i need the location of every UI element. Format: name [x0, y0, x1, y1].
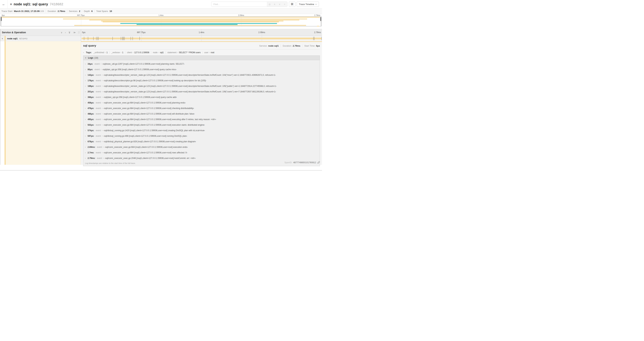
log-row[interactable]: ›189μs:event=‹sql/catalog/lease/descript…: [85, 83, 318, 89]
log-row[interactable]: ›597μs:event=‹sql/distsql_running.go:498…: [85, 133, 318, 139]
span-row[interactable]: ∨ node sql1 sql query: [0, 36, 322, 41]
log-row[interactable]: ›2.69ms:event=‹sql/conn_executor_exec.go…: [85, 144, 318, 150]
log-timestamp: 2.79ms:: [88, 157, 96, 159]
log-row[interactable]: ›459μs:event=‹sql/conn_executor_exec.go:…: [85, 100, 318, 106]
keyboard-shortcuts-button[interactable]: ⌘: [289, 2, 295, 7]
log-row[interactable]: ›678μs:event=‹sql/distsql_physical_plann…: [85, 139, 318, 144]
locate-icon[interactable]: ◎: [267, 3, 272, 6]
log-expander-icon[interactable]: ›: [85, 85, 88, 87]
tag-key: statement: [168, 51, 176, 54]
expand-one-icon[interactable]: ›: [65, 31, 66, 34]
minimap-span-bar: [103, 22, 279, 22]
log-expander-icon[interactable]: ›: [85, 102, 88, 104]
trace-title-group: ∨ node sql1: sql query 7418682: [10, 2, 63, 6]
log-field-key: event: [96, 96, 101, 98]
column-resizer[interactable]: [78, 31, 80, 34]
log-field-value: ‹sql/distsql_physical_planner.go:828 [ns…: [104, 140, 196, 143]
log-event-marker: [93, 37, 94, 40]
tags-expander-icon[interactable]: ›: [83, 51, 86, 54]
log-event-marker: [132, 37, 133, 40]
log-expander-icon[interactable]: ›: [85, 146, 88, 148]
trace-view-selector[interactable]: Trace Timeline ∨: [297, 2, 319, 7]
log-expander-icon[interactable]: ›: [85, 140, 88, 143]
log-expander-icon[interactable]: ›: [85, 135, 88, 137]
detail-meta-value: 2.79ms: [293, 45, 300, 47]
log-expander-icon[interactable]: ›: [85, 129, 88, 132]
span-expander-icon[interactable]: ∨: [0, 38, 4, 40]
log-expander-icon[interactable]: ›: [85, 74, 88, 76]
log-expander-icon[interactable]: ›: [85, 96, 88, 98]
minimap-span-bar: [1, 17, 320, 18]
collapse-all-icon[interactable]: ≫: [68, 31, 71, 34]
log-row[interactable]: ›2.79ms:event=‹sql/conn_executor_exec.go…: [85, 155, 318, 161]
minimap-left-scrubber[interactable]: [1, 17, 2, 21]
log-row[interactable]: ›176μs:event=‹sql/catalog/descs/descript…: [85, 78, 318, 83]
page-title: node sql1: sql query: [14, 2, 48, 6]
collapse-one-icon[interactable]: ∨: [61, 31, 62, 34]
summary-item-suffix: .326: [40, 10, 44, 13]
log-row[interactable]: ›34μs:event=‹sql/exec_util.go:2297 [nsql…: [85, 61, 318, 67]
summary-item: Duration 2.79ms: [48, 10, 65, 13]
log-row[interactable]: ›366μs:event=‹sql/plan_opt.go:358 [nsql1…: [85, 94, 318, 100]
log-field-value: ‹sql/distsql_running.go:1420 [nsql1,clie…: [104, 129, 205, 132]
log-expander-icon[interactable]: ›: [85, 113, 88, 115]
log-field-key: event: [97, 146, 102, 148]
log-row[interactable]: ›495μs:event=‹sql/conn_executor_exec.go:…: [85, 117, 318, 122]
log-expander-icon[interactable]: ›: [85, 79, 88, 82]
minimap-canvas[interactable]: [1, 17, 321, 26]
log-expander-icon[interactable]: ›: [85, 91, 88, 93]
minimap-span-bar: [74, 25, 306, 26]
tag-key: _verbose: [111, 51, 120, 54]
detail-meta: Service:node sql1Duration:2.79msStart Ti…: [259, 45, 320, 47]
clear-find-icon[interactable]: ×: [282, 3, 287, 6]
log-row[interactable]: ›476μs:event=‹sql/conn_executor_exec.go:…: [85, 106, 318, 111]
log-timestamp: 80μs:: [88, 68, 93, 71]
detail-meta-value: node sql1: [268, 45, 279, 47]
tags-label: Tags:: [86, 51, 92, 54]
expand-all-icon[interactable]: ≫: [73, 31, 76, 34]
minimap-tick-label: 2.09ms: [238, 14, 244, 16]
log-row[interactable]: ›502μs:event=‹sql/conn_executor_exec.go:…: [85, 122, 318, 128]
back-button[interactable]: ←: [0, 0, 8, 8]
log-equals: =: [103, 157, 104, 159]
find-box: ◎ ∧ ∨ ×: [211, 2, 288, 7]
log-row[interactable]: ›574μs:event=‹sql/distsql_running.go:142…: [85, 128, 318, 133]
timeline-gridline: [262, 36, 262, 41]
detail-title-row: sql query Service:node sql1Duration:2.79…: [83, 41, 320, 48]
log-expander-icon[interactable]: ›: [85, 107, 88, 110]
log-field-key: event: [94, 63, 100, 65]
logs-header[interactable]: ∨ Logs (18): [83, 56, 320, 60]
log-expander-icon[interactable]: ›: [85, 151, 88, 154]
detail-span-mini-bar: [81, 41, 322, 42]
find-input[interactable]: [212, 2, 267, 7]
log-row[interactable]: ›201μs:event=‹sql/catalog/lease/descript…: [85, 89, 318, 94]
log-expander-icon[interactable]: ›: [85, 118, 88, 121]
log-equals: =: [102, 102, 103, 104]
log-event-marker: [140, 37, 140, 40]
log-field-key: event: [96, 74, 101, 76]
summary-separator: [94, 10, 94, 13]
collapse-trace-icon[interactable]: ∨: [10, 3, 12, 6]
log-expander-icon[interactable]: ›: [85, 63, 88, 65]
logs-label: Logs: [88, 57, 93, 59]
log-row[interactable]: ›80μs:event=‹sql/plan_opt.go:358 [nsql1,…: [85, 67, 318, 72]
timeline-gridline: [202, 36, 202, 41]
minimap-right-scrubber[interactable]: [320, 17, 321, 21]
log-event-marker: [122, 37, 122, 40]
deep-link-icon[interactable]: [317, 161, 320, 164]
log-row[interactable]: ›142μs:event=‹sql/catalog/lease/descript…: [85, 72, 318, 78]
prev-result-icon[interactable]: ∧: [272, 3, 277, 6]
detail-meta-separator: [302, 45, 302, 47]
log-expander-icon[interactable]: ›: [85, 157, 88, 159]
log-row[interactable]: ›486μs:event=‹sql/conn_executor_exec.go:…: [85, 111, 318, 117]
back-arrow-icon: ←: [2, 2, 6, 6]
next-result-icon[interactable]: ∨: [277, 3, 282, 6]
span-id-label: SpanID:: [284, 161, 292, 164]
log-equals: =: [102, 135, 103, 137]
log-row[interactable]: ›2.7ms:event=‹sql/conn_executor_exec.go:…: [85, 150, 318, 155]
log-expander-icon[interactable]: ›: [85, 68, 88, 71]
tags-row[interactable]: › Tags: _unfinished=1_verbose=1client=12…: [83, 50, 320, 55]
log-field-value: ‹sql/catalog/descs/descriptor.go:98 [nsq…: [104, 79, 206, 82]
log-expander-icon[interactable]: ›: [85, 124, 88, 126]
timeline-ticks-header: 0μs697.75μs1.4ms2.09ms2.79ms: [81, 29, 322, 36]
